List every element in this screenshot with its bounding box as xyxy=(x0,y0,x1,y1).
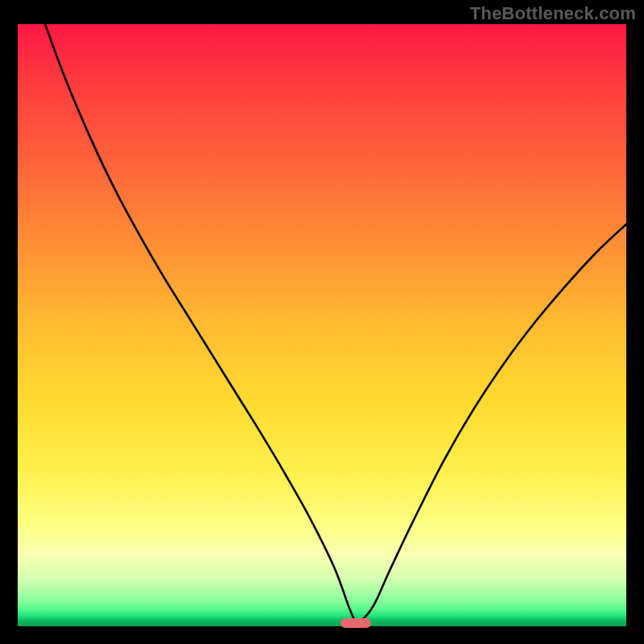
plot-area xyxy=(18,24,626,626)
curve-svg xyxy=(18,24,626,626)
bottleneck-curve xyxy=(45,24,626,622)
chart-frame: TheBottleneck.com xyxy=(0,0,644,644)
attribution-text: TheBottleneck.com xyxy=(470,3,636,24)
optimal-marker xyxy=(341,618,371,628)
